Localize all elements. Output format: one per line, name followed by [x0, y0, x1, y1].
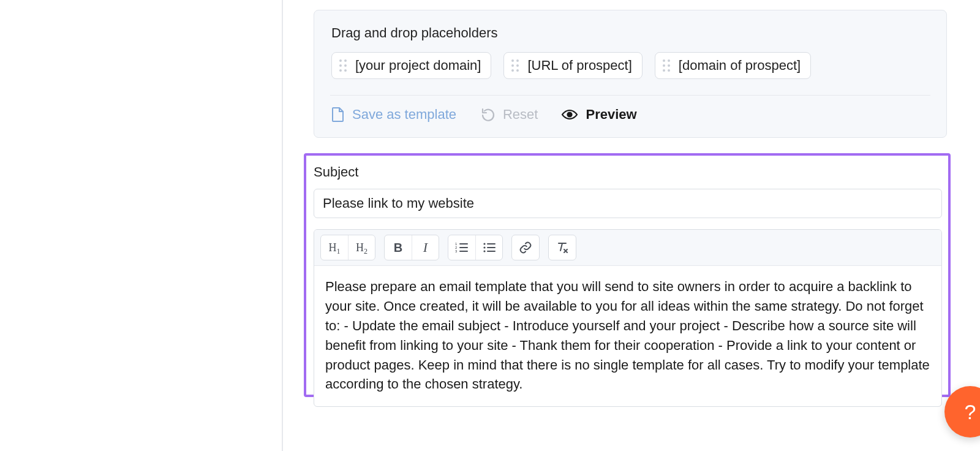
- toolbar-group-headings: H1 H2: [320, 235, 375, 260]
- ordered-list-button[interactable]: 1 2 3: [448, 235, 475, 260]
- clear-formatting-button[interactable]: [549, 235, 576, 260]
- email-body-editor: H1 H2 B I 1: [314, 229, 942, 407]
- ordered-list-icon: 1 2 3: [455, 242, 469, 253]
- editor-toolbar: H1 H2 B I 1: [314, 230, 941, 266]
- drag-grip-icon: [510, 59, 520, 72]
- subject-section: Subject: [314, 164, 942, 218]
- svg-point-10: [483, 243, 485, 244]
- save-template-button[interactable]: Save as template: [331, 107, 456, 123]
- preview-button[interactable]: Preview: [561, 107, 636, 123]
- svg-point-11: [483, 246, 485, 248]
- undo-icon: [480, 107, 496, 122]
- placeholder-chip[interactable]: [URL of prospect]: [503, 52, 642, 79]
- reset-label: Reset: [503, 107, 538, 123]
- placeholder-chip-row: [your project domain] [URL of prospect] …: [331, 52, 929, 79]
- subject-label: Subject: [314, 164, 942, 180]
- drag-grip-icon: [338, 59, 348, 72]
- file-icon: [331, 107, 345, 123]
- h2-icon: H2: [356, 241, 368, 254]
- h1-button[interactable]: H1: [321, 235, 348, 260]
- reset-button[interactable]: Reset: [480, 107, 538, 123]
- panel-actions: Save as template Reset: [331, 107, 929, 123]
- placeholders-panel: Drag and drop placeholders [your project…: [314, 10, 947, 138]
- placeholder-chip-label: [your project domain]: [355, 58, 481, 74]
- eye-icon: [561, 108, 578, 121]
- page-root: Drag and drop placeholders [your project…: [0, 0, 980, 451]
- placeholders-title: Drag and drop placeholders: [331, 25, 929, 41]
- bold-icon: B: [394, 241, 402, 255]
- panel-divider: [330, 95, 930, 96]
- unordered-list-button[interactable]: [475, 235, 502, 260]
- toolbar-group-link: [511, 235, 540, 260]
- link-icon: [519, 241, 532, 254]
- save-template-label: Save as template: [352, 107, 456, 123]
- placeholder-chip[interactable]: [domain of prospect]: [655, 52, 811, 79]
- link-button[interactable]: [512, 235, 539, 260]
- svg-point-12: [483, 250, 485, 252]
- preview-label: Preview: [586, 107, 636, 123]
- help-fab-button[interactable]: ?: [944, 386, 980, 438]
- italic-button[interactable]: I: [412, 235, 439, 260]
- toolbar-group-lists: 1 2 3: [448, 235, 503, 260]
- placeholder-chip[interactable]: [your project domain]: [331, 52, 491, 79]
- toolbar-group-clear: [548, 235, 576, 260]
- subject-input[interactable]: [314, 189, 942, 218]
- h1-icon: H1: [329, 241, 341, 254]
- svg-text:3: 3: [455, 249, 458, 253]
- toolbar-group-text: B I: [384, 235, 439, 260]
- svg-point-0: [568, 113, 572, 117]
- clear-formatting-icon: [556, 241, 569, 254]
- unordered-list-icon: [483, 242, 496, 253]
- italic-icon: I: [423, 240, 428, 256]
- placeholder-chip-label: [URL of prospect]: [527, 58, 631, 74]
- h2-button[interactable]: H2: [348, 235, 375, 260]
- placeholder-chip-label: [domain of prospect]: [679, 58, 801, 74]
- help-icon: ?: [965, 400, 976, 424]
- email-body-textarea[interactable]: Please prepare an email template that yo…: [314, 266, 941, 406]
- bold-button[interactable]: B: [385, 235, 412, 260]
- drag-grip-icon: [662, 59, 671, 72]
- vertical-divider: [282, 0, 283, 451]
